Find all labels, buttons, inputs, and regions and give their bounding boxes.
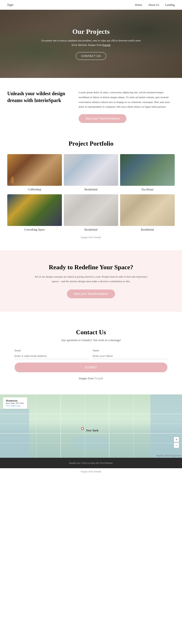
cta-title: Ready to Redefine Your Space? [10, 264, 172, 271]
name-label: Name [93, 349, 168, 352]
cta-body: All of our design concepts are aimed at … [33, 274, 149, 284]
intro-heading: Unleash your wildest design dreams with … [7, 90, 71, 104]
name-field[interactable] [93, 353, 168, 359]
contact-section: Contact Us Any questions or remarks? Jus… [0, 316, 182, 394]
nav-links: Home About Us Landing [135, 3, 175, 7]
contact-freepik-note: Images from Freepik [14, 377, 168, 380]
portfolio-label-coffeeshop: Coffeeshop [7, 186, 62, 192]
portfolio-item-residential2[interactable]: Residential [64, 194, 118, 232]
intro-left: Unleash your wildest design dreams with … [7, 90, 71, 104]
portfolio-grid: Coffeeshop Residential Tea House Coworki… [7, 154, 175, 232]
footer: Sample text. Click to select the Text El… [0, 458, 182, 468]
map-view-larger[interactable]: View larger map [6, 404, 20, 407]
portfolio-label-residential3: Residential [120, 226, 175, 232]
map-info-card: Manhattan New York, NY USA View larger m… [3, 397, 27, 409]
map-city-label: New York [86, 429, 98, 432]
footer-freepik: Images from Freepik [0, 468, 182, 475]
contact-form: Email Name SUBMIT [14, 349, 168, 372]
contact-title: Contact Us [14, 329, 168, 336]
contact-subtitle: Any questions or remarks? Just write us … [14, 338, 168, 342]
contact-freepik-link[interactable]: Freepik [94, 377, 103, 380]
zoom-in-button[interactable]: + [174, 437, 179, 442]
portfolio-label-residential1: Residential [64, 186, 118, 192]
hero-section: Our Projects Excepteur sint occaecat cup… [0, 10, 182, 78]
cta-section: Ready to Redefine Your Space? All of our… [0, 250, 182, 312]
submit-button[interactable]: SUBMIT [14, 362, 168, 372]
person-decoration [11, 176, 14, 183]
hero-freepik-link[interactable]: Freepik [102, 43, 111, 46]
hero-content: Our Projects Excepteur sint occaecat cup… [40, 28, 142, 60]
logo: logo [7, 3, 13, 7]
map-zoom-controls: + − [174, 437, 179, 448]
intro-right: Lorem ipsum dolor sit amet, consectetur … [79, 90, 175, 123]
nav-home[interactable]: Home [135, 3, 142, 7]
portfolio-img-coworking [7, 194, 62, 226]
intro-body: Lorem ipsum dolor sit amet, consectetur … [79, 90, 175, 109]
nav-landing[interactable]: Landing [165, 3, 175, 7]
portfolio-freepik-link[interactable]: Freepik [94, 236, 101, 238]
map-roads-svg [0, 394, 182, 458]
name-form-group: Name [93, 349, 168, 359]
email-label: Email [14, 349, 89, 352]
nav-about[interactable]: About Us [148, 3, 159, 7]
portfolio-section: Project Portfolio Coffeeshop Residential… [0, 133, 182, 246]
portfolio-item-residential1[interactable]: Residential [64, 154, 118, 192]
map-attribution: Map data ©2023 Google Terms [157, 454, 181, 457]
zoom-out-button[interactable]: − [174, 443, 179, 448]
start-transformations-button-1[interactable]: Start your Transformations [79, 114, 126, 123]
portfolio-img-residential2 [64, 194, 118, 226]
footer-text: Sample text. Click to select the Text El… [69, 462, 113, 464]
svg-rect-1 [150, 394, 182, 458]
start-transformations-button-2[interactable]: Start your Transformations [67, 290, 115, 298]
svg-point-13 [82, 428, 83, 429]
portfolio-item-residential3[interactable]: Residential [120, 194, 175, 232]
portfolio-label-coworking: Coworking Space [7, 226, 62, 232]
navbar: logo Home About Us Landing [0, 0, 182, 10]
email-field[interactable] [14, 353, 89, 359]
portfolio-title: Project Portfolio [7, 140, 175, 147]
map-location-address: New York, NY USA [6, 402, 24, 404]
map-location-name: Manhattan [6, 399, 24, 402]
portfolio-img-residential1 [64, 154, 118, 186]
hero-title: Our Projects [40, 28, 142, 36]
portfolio-label-residential2: Residential [64, 226, 118, 232]
portfolio-item-teahouse[interactable]: Tea House [120, 154, 175, 192]
email-form-group: Email [14, 349, 89, 359]
portfolio-img-teahouse [120, 154, 175, 186]
portfolio-item-coworking[interactable]: Coworking Space [7, 194, 62, 232]
hero-subtitle: Excepteur sint occaecat cupidatat non pr… [40, 38, 142, 47]
intro-section: Unleash your wildest design dreams with … [0, 78, 182, 133]
contact-us-button[interactable]: CONTACT US [76, 52, 106, 60]
portfolio-item-coffeeshop[interactable]: Coffeeshop [7, 154, 62, 192]
map-section: Manhattan New York, NY USA View larger m… [0, 394, 182, 458]
portfolio-freepik-note: Images from Freepik [7, 236, 175, 238]
portfolio-label-teahouse: Tea House [120, 186, 175, 192]
portfolio-img-residential3 [120, 194, 175, 226]
footer-freepik-link[interactable]: Freepik [94, 470, 101, 473]
portfolio-img-coffeeshop [7, 154, 62, 186]
